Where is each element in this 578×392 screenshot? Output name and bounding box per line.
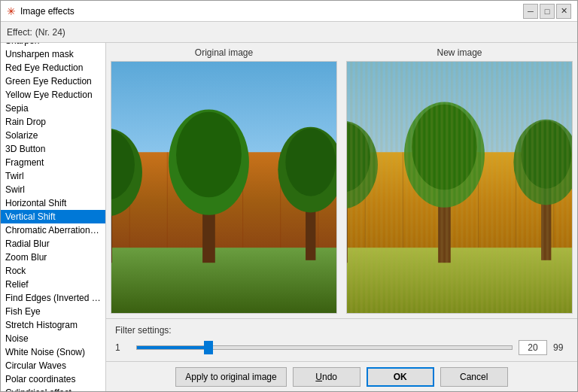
apply-button[interactable]: Apply to original image [175, 367, 286, 387]
list-item[interactable]: Polar coordinates [1, 372, 105, 386]
list-item[interactable]: Find Edges (Inverted Neon edge) [1, 291, 105, 305]
list-item[interactable]: Cylindrical effect [1, 386, 105, 391]
list-item[interactable]: Relief [1, 278, 105, 291]
title-bar-text: Image effects [20, 6, 75, 17]
title-bar-left: ✳ Image effects [7, 5, 75, 17]
filter-settings: Filter settings: 1 20 99 [106, 318, 577, 361]
minimize-button[interactable]: ─ [523, 4, 538, 19]
list-item[interactable]: Horizontal Shift [1, 196, 105, 210]
slider-row: 1 20 99 [115, 340, 568, 355]
slider-thumb[interactable] [204, 341, 213, 354]
app-icon: ✳ [7, 5, 16, 17]
list-item[interactable]: Fragment [1, 156, 105, 169]
list-item[interactable]: White Noise (Snow) [1, 345, 105, 359]
title-bar: ✳ Image effects ─ □ ✕ [1, 1, 577, 22]
close-button[interactable]: ✕ [556, 4, 571, 19]
list-item[interactable]: Vertical Shift [1, 210, 105, 223]
slider-min-value: 1 [115, 342, 130, 353]
ok-button[interactable]: OK [367, 367, 434, 387]
toolbar: Effect: (Nr. 24) [1, 22, 577, 43]
list-item[interactable]: Green Eye Reduction [1, 74, 105, 88]
slider-fill [137, 346, 208, 349]
slider-max-value: 99 [553, 342, 568, 353]
list-item[interactable]: Unsharpen mask [1, 47, 105, 61]
list-item[interactable]: Red Eye Reduction [1, 61, 105, 74]
maximize-button[interactable]: □ [540, 4, 555, 19]
preview-area: Original image [106, 43, 577, 391]
slider-track[interactable] [136, 340, 513, 355]
main-window: ✳ Image effects ─ □ ✕ Effect: (Nr. 24) B… [0, 0, 578, 392]
list-item[interactable]: Chromatic Aberration Correction [1, 223, 105, 237]
new-panel: New image [342, 43, 577, 318]
list-item[interactable]: Circular Waves [1, 359, 105, 372]
effect-value: (Nr. 24) [35, 27, 65, 38]
list-item[interactable]: Zoom Blur [1, 251, 105, 264]
undo-button[interactable]: Undo [293, 367, 360, 387]
original-panel: Original image [106, 43, 342, 318]
main-content: BlurGaussian BlurFast Gaussian BlurBlur … [1, 43, 577, 391]
svg-point-19 [285, 129, 336, 196]
list-item[interactable]: Solarize [1, 129, 105, 142]
list-item[interactable]: Twirl [1, 169, 105, 183]
list-item[interactable]: Radial Blur [1, 237, 105, 251]
svg-rect-10 [111, 248, 336, 313]
new-image-container [346, 61, 573, 314]
list-item[interactable]: Rain Drop [1, 115, 105, 129]
list-item[interactable]: Stretch Histogram [1, 318, 105, 332]
list-item[interactable]: Fish Eye [1, 305, 105, 318]
original-image-svg [111, 62, 336, 313]
svg-rect-42 [347, 62, 572, 313]
preview-images: Original image [106, 43, 577, 318]
cancel-button[interactable]: Cancel [440, 367, 508, 387]
undo-label: Undo [315, 372, 337, 382]
list-item[interactable]: 3D Button [1, 142, 105, 156]
effect-list[interactable]: BlurGaussian BlurFast Gaussian BlurBlur … [1, 43, 106, 391]
slider-value-input[interactable]: 20 [519, 340, 547, 355]
original-label: Original image [195, 47, 253, 58]
list-item[interactable]: Swirl [1, 183, 105, 196]
title-bar-buttons: ─ □ ✕ [523, 4, 571, 19]
new-label: New image [437, 47, 482, 58]
effect-label: Effect: [7, 27, 32, 38]
list-item[interactable]: Yellow Eye Reduction [1, 88, 105, 102]
list-item[interactable]: Rock [1, 264, 105, 278]
list-item[interactable]: Sepia [1, 102, 105, 115]
action-bar: Apply to original image Undo OK Cancel [106, 361, 577, 391]
original-image-container [111, 61, 337, 314]
svg-point-16 [176, 112, 242, 198]
new-image-svg [347, 62, 572, 313]
list-item[interactable]: Noise [1, 332, 105, 345]
slider-background [136, 345, 513, 350]
filter-settings-label: Filter settings: [115, 325, 568, 336]
